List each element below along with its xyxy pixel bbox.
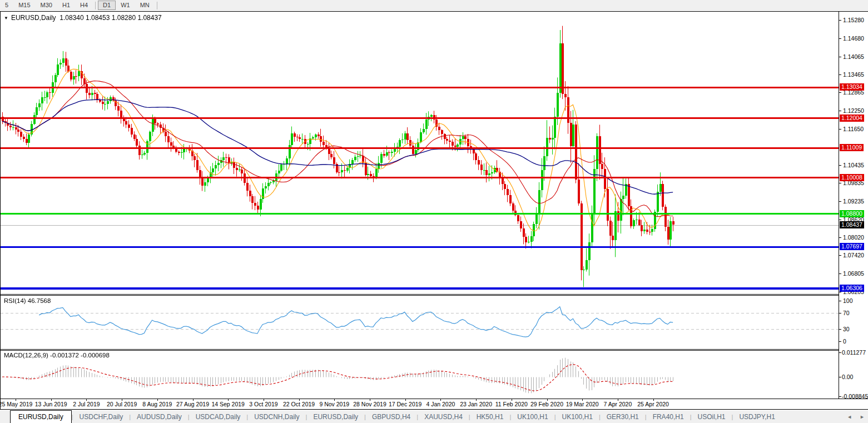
timeframe-button-h1[interactable]: H1	[57, 1, 75, 10]
mt4-terminal: { "toolbar": { "groups": [["5","M15","M3…	[0, 0, 868, 423]
macd-tick-label: -0.008845	[839, 393, 868, 399]
rsi-indicator-chart[interactable]	[1, 296, 839, 349]
tab-gbpusd-h4[interactable]: GBPUSD,H4	[366, 410, 416, 423]
tick-mark	[839, 301, 841, 301]
tab-nav: ◄►	[847, 410, 865, 423]
tab-ger30-h1[interactable]: GER30,H1	[601, 410, 645, 423]
date-tick-label: 25 May 2019	[0, 401, 32, 407]
tab-usoil-h1[interactable]: USOil,H1	[692, 410, 732, 423]
price-level-badge: 1.11009	[840, 144, 864, 151]
tick-mark	[839, 183, 841, 183]
date-tick-label: 22 Oct 2019	[283, 401, 315, 407]
rsi-tick-label: 30	[839, 326, 850, 332]
tab-xauusd-h4[interactable]: XAUUSD,H4	[418, 410, 469, 423]
date-tick-label: 2 Jul 2019	[73, 401, 100, 407]
price-tick-label: 1.06805	[839, 270, 864, 277]
price-tick-label: 1.12250	[839, 107, 864, 114]
tick-mark	[839, 313, 841, 313]
tab-scroll-left-icon[interactable]: ◄	[847, 414, 852, 420]
price-level-badge: 1.12004	[840, 115, 864, 122]
tab-usdcnh-daily[interactable]: USDCNH,Daily	[248, 410, 305, 423]
macd-tick-label: 0.011277	[839, 349, 866, 356]
timeframe-button-5[interactable]: 5	[0, 1, 13, 10]
price-axis[interactable]: 1.152801.146801.140651.134651.128651.122…	[839, 12, 868, 399]
timeframe-toolbar: 5M15M30H1H4D1W1MN	[0, 0, 868, 11]
date-tick-label: 27 Aug 2019	[176, 401, 209, 407]
timeframe-button-h4[interactable]: H4	[75, 1, 93, 10]
tick-mark	[839, 237, 841, 238]
tab-fra40-h1[interactable]: FRA40,H1	[647, 410, 690, 423]
tick-mark	[839, 220, 841, 220]
price-level-badge: 1.13034	[840, 83, 864, 91]
date-tick-label: 9 Nov 2019	[319, 401, 349, 407]
price-tick-label: 1.13465	[839, 71, 864, 78]
tab-usdcad-daily[interactable]: USDCAD,Daily	[190, 410, 247, 423]
chart-tab-bar: EURUSD,Daily|USDCHF,Daily|AUDUSD,Daily|U…	[0, 410, 868, 423]
price-tick-label: 1.14680	[839, 35, 864, 42]
date-tick-label: 23 Jan 2020	[460, 401, 492, 407]
tab-usdchf-daily[interactable]: USDCHF,Daily	[73, 410, 130, 423]
macd-label: MACD(12,26,9) -0.001372 -0.000698	[4, 352, 110, 359]
date-tick-label: 20 Jul 2019	[107, 401, 137, 407]
macd-indicator-chart[interactable]	[1, 351, 839, 399]
price-level-badge: 1.06306	[840, 285, 864, 292]
rsi-tick-label: 70	[839, 310, 850, 316]
toolbar-separator	[95, 2, 96, 9]
tick-mark	[839, 273, 841, 274]
date-axis[interactable]: 25 May 201913 Jun 20192 Jul 201920 Jul 2…	[1, 399, 868, 409]
tick-mark	[839, 92, 841, 93]
chart-window: ▼EURUSD,Daily 1.08340 1.08453 1.08280 1.…	[0, 11, 868, 410]
tick-mark	[839, 377, 841, 377]
tick-mark	[839, 396, 841, 397]
date-tick-label: 17 Dec 2019	[389, 401, 422, 407]
tab-audusd-daily[interactable]: AUDUSD,Daily	[131, 410, 188, 423]
date-tick-label: 28 Nov 2019	[353, 401, 386, 407]
price-tick-label: 1.09235	[839, 198, 864, 205]
price-level-badge: 1.08437	[840, 221, 864, 228]
tick-mark	[839, 201, 841, 202]
date-tick-label: 11 Feb 2020	[495, 401, 528, 407]
timeframe-button-d1[interactable]: D1	[98, 1, 116, 10]
price-tick-label: 1.15280	[839, 17, 864, 23]
date-tick-label: 4 Jan 2020	[426, 401, 455, 407]
tab-eurusd-daily[interactable]: EURUSD,Daily	[307, 410, 364, 423]
tab-eurusd-daily[interactable]: EURUSD,Daily	[10, 410, 72, 423]
timeframe-button-m15[interactable]: M15	[13, 1, 35, 10]
macd-tick-label: 0.00	[839, 374, 853, 380]
price-level-badge: 1.08800	[840, 210, 864, 217]
tick-mark	[839, 329, 841, 330]
tick-mark	[839, 111, 841, 111]
date-tick-label: 29 Feb 2020	[530, 401, 563, 407]
price-tick-label: 1.10435	[839, 162, 864, 168]
timeframe-button-mn[interactable]: MN	[135, 1, 155, 10]
rsi-tick-label: 100	[839, 297, 853, 304]
tab-hk50-h1[interactable]: HK50,H1	[470, 410, 510, 423]
toolbar-separator	[157, 2, 157, 9]
tab-usdjpy-h1[interactable]: USDJPY,H1	[733, 410, 781, 423]
timeframe-button-w1[interactable]: W1	[116, 1, 135, 10]
panel-splitter[interactable]	[1, 294, 867, 296]
tab-scroll-right-icon[interactable]: ►	[860, 414, 865, 420]
chart-ohlc-quote: 1.08340 1.08453 1.08280 1.08437	[59, 14, 162, 22]
date-tick-label: 25 Apr 2020	[637, 401, 669, 407]
tick-mark	[839, 38, 841, 39]
timeframe-button-m30[interactable]: M30	[36, 1, 57, 10]
date-tick-label: 8 Aug 2019	[142, 401, 172, 407]
date-tick-label: 7 Apr 2020	[603, 401, 632, 407]
chart-title: ▼EURUSD,Daily 1.08340 1.08453 1.08280 1.…	[4, 14, 162, 22]
chart-symbol-label: EURUSD,Daily	[11, 14, 56, 22]
price-tick-label: 1.08020	[839, 234, 864, 241]
tab-uk100-h1[interactable]: UK100,H1	[556, 410, 599, 423]
price-tick-label: 1.11650	[839, 126, 864, 132]
date-tick-label: 14 Sep 2019	[211, 401, 245, 407]
price-level-badge: 1.10008	[840, 174, 864, 181]
tick-mark	[839, 352, 841, 353]
price-tick-label: 1.07420	[839, 252, 864, 258]
price-level-badge: 1.07697	[840, 243, 864, 250]
tab-uk100-h1[interactable]: UK100,H1	[511, 410, 554, 423]
rsi-label: RSI(14) 46.7568	[4, 297, 51, 304]
tick-mark	[839, 57, 841, 57]
tick-mark	[839, 129, 841, 130]
chevron-down-icon[interactable]: ▼	[4, 16, 8, 21]
main-price-chart[interactable]	[1, 12, 839, 294]
